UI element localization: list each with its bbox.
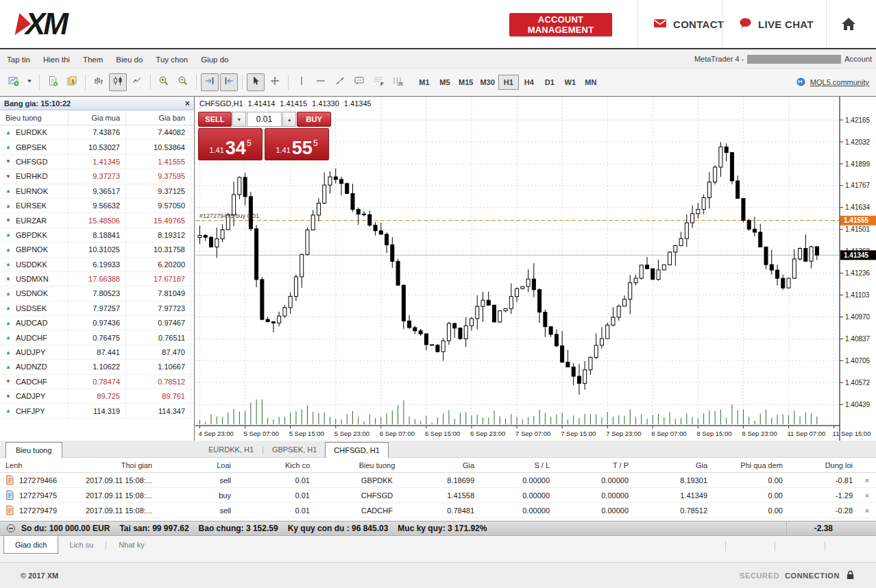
menu-them[interactable]: Them	[83, 56, 103, 64]
menu-bieu-do[interactable]: Bieu do	[116, 56, 143, 64]
timeframe-m5[interactable]: M5	[435, 75, 455, 90]
terminal-tab-giao-dich[interactable]: Giao dich	[3, 536, 58, 554]
crosshair-button[interactable]	[266, 73, 284, 91]
terminal-tab-lich-su[interactable]: Lich su	[58, 536, 104, 554]
text-label-icon	[354, 75, 365, 89]
text-label-button[interactable]	[350, 73, 368, 91]
market-watch-row[interactable]: ▲AUDJPY87.44187.470	[0, 345, 194, 360]
collapse-icon[interactable]	[7, 524, 15, 532]
xm-logo[interactable]: XM	[17, 7, 66, 41]
timeframe-h1[interactable]: H1	[498, 75, 519, 90]
trendline-button[interactable]	[331, 73, 349, 91]
sell-order-icon	[5, 505, 14, 515]
zoom-in-button[interactable]	[155, 73, 173, 91]
new-chart-button[interactable]	[5, 73, 23, 91]
menu-giup-do[interactable]: Giup do	[201, 56, 228, 64]
market-watch-row[interactable]: ▲EURDKK7.438767.44082	[0, 125, 194, 140]
market-watch-close-icon[interactable]: ×	[185, 99, 190, 108]
volume-increase-button[interactable]: ▲	[282, 112, 296, 127]
timeframe-w1[interactable]: W1	[560, 75, 581, 90]
timeframe-m15[interactable]: M15	[455, 75, 476, 90]
market-watch-row[interactable]: ▲GBPNOK10.3102510.31758	[0, 243, 194, 257]
terminal-tab-nhat-ky[interactable]: Nhat ky	[108, 536, 155, 554]
live-chat-link[interactable]: LIVE CHAT	[739, 0, 814, 48]
ask-cell: 7.44082	[126, 125, 191, 139]
fibonacci-icon: F	[373, 75, 384, 89]
terminal-header: LenhThoi gianLoaiKich coBieu tuongGiaS /…	[0, 458, 876, 473]
market-watch-row[interactable]: ▼EURHKD9.372739.37595	[0, 169, 194, 184]
order-row[interactable]: 1272794752017.09.11 15:08:...buy0.01CHFS…	[0, 488, 876, 503]
new-order-button[interactable]	[44, 73, 62, 91]
contact-link[interactable]: CONTACT	[653, 0, 724, 48]
new-chart-caret-button[interactable]	[24, 73, 35, 91]
market-watch-row[interactable]: ▲USDNOK7.805237.81049	[0, 286, 194, 301]
market-watch-row[interactable]: ▲GBPDKK8.188418.19312	[0, 228, 194, 243]
symbol-cell: ▼USDMXN	[0, 272, 69, 286]
buy-button[interactable]: BUY	[297, 112, 331, 127]
home-button[interactable]	[840, 16, 857, 34]
up-arrow-icon: ▲	[5, 305, 11, 311]
volume-decrease-button[interactable]: ▼	[232, 112, 246, 127]
market-watch-row[interactable]: ▲EURSEK9.566329.57050	[0, 199, 194, 213]
mql5-community-link[interactable]: MQL5.community	[796, 69, 869, 96]
market-watch-tab[interactable]: Bieu tuong	[5, 442, 62, 458]
market-watch-row[interactable]: ▲AUDCHF0.764750.76511	[0, 330, 194, 345]
market-watch-row[interactable]: ▲USDSEK7.972577.97723	[0, 302, 194, 316]
vertical-line-button[interactable]	[293, 73, 311, 91]
cycle-lines-button[interactable]: J/E	[389, 73, 406, 91]
market-watch-row[interactable]: ▼CADJPY89.72589.761	[0, 389, 194, 404]
new-order-icon	[47, 75, 58, 89]
market-watch-row[interactable]: ▲AUDNZD1.106221.10667	[0, 360, 194, 374]
tp-cell: 0.00000	[555, 503, 634, 517]
down-arrow-icon: ▼	[5, 276, 11, 282]
svg-text:5 Sep 23:00: 5 Sep 23:00	[334, 430, 369, 437]
market-watch-row[interactable]: ▼USDMXN17.6638817.67187	[0, 272, 194, 286]
chart-shift-button[interactable]	[220, 73, 238, 91]
sell-button[interactable]: SELL	[198, 112, 232, 127]
candlestick-mode-button[interactable]	[109, 73, 127, 91]
buy-price-button[interactable]: 1.41 55 5	[265, 128, 329, 160]
timeframe-m1[interactable]: M1	[414, 75, 435, 90]
market-watch-row[interactable]: ▲USDDKK6.199336.20200	[0, 258, 194, 272]
market-watch-row[interactable]: ▲AUDCAD0.974360.97467	[0, 316, 194, 330]
chart-tab-chfsgd[interactable]: CHFSGD, H1	[325, 442, 389, 458]
menu-hien-thi[interactable]: Hien thi	[43, 56, 70, 64]
toolbar-separator	[288, 75, 289, 90]
market-watch-row[interactable]: ▲CHFJPY114.319114.347	[0, 404, 194, 418]
market-watch-row[interactable]: ▲GBPSEK10.5302710.53864	[0, 140, 194, 154]
menu-tap-tin[interactable]: Tap tin	[7, 56, 30, 64]
market-watch-row[interactable]: ▼EURZAR15.4850615.49765	[0, 213, 194, 228]
menu-tuy-chon[interactable]: Tuy chon	[156, 56, 188, 64]
timeframe-d1[interactable]: D1	[539, 75, 560, 90]
bid-cell: 17.66388	[69, 272, 126, 286]
bar-chart-mode-button[interactable]	[90, 73, 108, 91]
cursor-button[interactable]	[247, 73, 265, 91]
tp-cell: 0.00000	[555, 488, 634, 502]
auto-scroll-button[interactable]	[201, 73, 219, 91]
line-chart-mode-button[interactable]	[128, 73, 146, 91]
timeframe-h4[interactable]: H4	[519, 75, 539, 90]
volume-input[interactable]: 0.01	[247, 112, 282, 127]
market-watch-row[interactable]: ▼CHFSGD1.413451.41555	[0, 155, 194, 169]
chart-area[interactable]: 1.421651.420321.418991.417671.416341.415…	[195, 97, 876, 441]
order-row[interactable]: 1272794662017.09.11 15:08:...sell0.01GBP…	[0, 473, 876, 488]
sell-price-button[interactable]: 1.41 34 5	[198, 128, 263, 160]
horizontal-line-button[interactable]	[312, 73, 330, 91]
chart-tab-gbpsek[interactable]: GBPSEK, H1	[264, 443, 325, 456]
new-chart-caret-icon	[24, 75, 35, 89]
close-order-icon[interactable]: ×	[858, 488, 876, 502]
timeframe-m30[interactable]: M30	[476, 75, 498, 90]
toolbar-separator	[196, 75, 197, 90]
profiles-button[interactable]: $	[63, 73, 81, 91]
order-row[interactable]: 1272794792017.09.11 15:08:...sell0.01CAD…	[0, 503, 876, 518]
chart-tab-eurdkk[interactable]: EURDKK, H1	[200, 443, 262, 456]
market-watch-row[interactable]: ▲EURNOK9.365179.37125	[0, 184, 194, 199]
timeframe-mn[interactable]: MN	[581, 75, 601, 90]
close-order-icon[interactable]: ×	[858, 473, 876, 487]
close-order-icon[interactable]: ×	[858, 503, 876, 517]
zoom-out-button[interactable]	[174, 73, 192, 91]
svg-text:J/E: J/E	[398, 82, 403, 86]
market-watch-row[interactable]: ▼CADCHF0.784740.78512	[0, 375, 194, 389]
account-management-button[interactable]: ACCOUNT MANAGEMENT	[509, 13, 612, 36]
fibonacci-button[interactable]: F	[369, 73, 387, 91]
